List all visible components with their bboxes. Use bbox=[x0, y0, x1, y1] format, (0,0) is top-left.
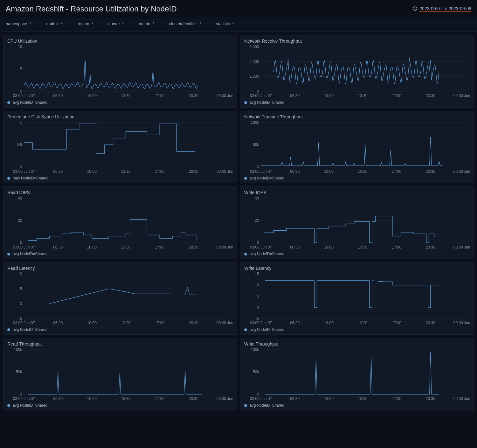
chart-wtp[interactable]: 050k100k03:00 Jun 0706:3010:0013:3017:00… bbox=[244, 348, 470, 402]
svg-text:20:30: 20:30 bbox=[189, 321, 198, 325]
panel-wiops[interactable]: Write IOPS 0204003:00 Jun 0706:3010:0013… bbox=[240, 186, 474, 259]
filter-metric: metric * bbox=[139, 21, 160, 27]
legend-dot-icon bbox=[244, 177, 247, 180]
panel-cpu[interactable]: CPU Utilization 051003:00 Jun 0706:3010:… bbox=[3, 35, 237, 108]
svg-text:0: 0 bbox=[20, 392, 22, 396]
panel-title: Read Latency bbox=[7, 266, 233, 271]
svg-text:0: 0 bbox=[257, 392, 259, 396]
svg-text:50k: 50k bbox=[253, 143, 259, 147]
panel-title: Write Throughput bbox=[244, 341, 470, 346]
legend-label: avg NodeID=Shared bbox=[250, 327, 284, 332]
panel-riops[interactable]: Read IOPS 0204003:00 Jun 0706:3010:0013:… bbox=[3, 186, 237, 259]
filter-value-queue[interactable]: * bbox=[122, 21, 129, 27]
svg-text:06:30: 06:30 bbox=[53, 169, 63, 174]
svg-text:17:00: 17:00 bbox=[392, 321, 401, 325]
legend[interactable]: avg NodeID=Shared bbox=[7, 100, 233, 105]
panel-nrx[interactable]: Network Receive Throughput 02,0004,0006,… bbox=[240, 35, 474, 108]
svg-text:00:00 Jun 08: 00:00 Jun 08 bbox=[217, 321, 233, 325]
filter-label: namespace bbox=[6, 21, 27, 26]
chart-cpu[interactable]: 051003:00 Jun 0706:3010:0013:3017:0020:3… bbox=[7, 45, 233, 99]
svg-text:20:30: 20:30 bbox=[189, 396, 198, 401]
svg-text:03:00 Jun 07: 03:00 Jun 07 bbox=[13, 94, 35, 98]
filter-value-region[interactable]: * bbox=[91, 21, 99, 27]
svg-text:06:30: 06:30 bbox=[53, 94, 63, 98]
panel-wtp[interactable]: Write Throughput 050k100k03:00 Jun 0706:… bbox=[240, 338, 474, 410]
legend-dot-icon bbox=[244, 404, 247, 407]
panel-wlat[interactable]: Write Latency -505101503:00 Jun 0706:301… bbox=[240, 262, 474, 335]
svg-text:-5: -5 bbox=[256, 316, 259, 321]
filter-value-namespace[interactable]: * bbox=[29, 21, 37, 27]
filter-label: metric bbox=[139, 21, 150, 26]
dashboard-header: Amazon Redshift - Resource Utilization b… bbox=[0, 0, 477, 18]
svg-text:20: 20 bbox=[18, 218, 22, 223]
filter-value-clusteridentifier[interactable]: * bbox=[199, 21, 206, 27]
chart-ntx[interactable]: 050k100k03:00 Jun 0706:3010:0013:3017:00… bbox=[244, 121, 470, 175]
chart-wlat[interactable]: -505101503:00 Jun 0706:3010:0013:3017:00… bbox=[244, 272, 470, 326]
filter-value-nodeid[interactable]: * bbox=[60, 21, 68, 27]
svg-text:00:00 Jun 08: 00:00 Jun 08 bbox=[453, 245, 470, 249]
legend-label: max NodeID=Shared bbox=[13, 176, 48, 180]
svg-text:20:30: 20:30 bbox=[426, 396, 435, 401]
svg-text:100k: 100k bbox=[251, 121, 259, 125]
svg-text:20:30: 20:30 bbox=[189, 169, 198, 174]
legend-dot-icon bbox=[244, 328, 247, 331]
svg-text:15: 15 bbox=[255, 272, 259, 276]
svg-text:13:30: 13:30 bbox=[121, 396, 130, 401]
svg-text:03:00 Jun 07: 03:00 Jun 07 bbox=[13, 169, 35, 174]
filter-nodeid: nodeid * bbox=[46, 21, 68, 27]
chart-rtp[interactable]: 050k100k03:00 Jun 0706:3010:0013:3017:00… bbox=[7, 348, 233, 402]
filter-bar: namespace *nodeid *region *queue *metric… bbox=[0, 18, 477, 32]
svg-text:10:00: 10:00 bbox=[87, 245, 97, 249]
filter-value-statistic[interactable]: * bbox=[232, 21, 239, 27]
panel-ntx[interactable]: Network Transmit Throughput 050k100k03:0… bbox=[240, 111, 474, 183]
svg-text:10:00: 10:00 bbox=[324, 94, 334, 98]
clock-icon bbox=[412, 6, 418, 12]
legend[interactable]: max NodeID=Shared bbox=[7, 176, 233, 180]
legend[interactable]: avg NodeID=Shared bbox=[7, 327, 233, 332]
legend[interactable]: avg NodeID=Shared bbox=[244, 252, 470, 256]
svg-text:50k: 50k bbox=[253, 370, 259, 374]
svg-text:13:30: 13:30 bbox=[358, 94, 367, 98]
svg-text:06:30: 06:30 bbox=[290, 321, 300, 325]
svg-text:4,000: 4,000 bbox=[249, 60, 259, 64]
legend[interactable]: avg NodeID=Shared bbox=[244, 176, 470, 180]
legend[interactable]: avg NodeID=Shared bbox=[244, 403, 470, 408]
svg-text:17:00: 17:00 bbox=[155, 169, 164, 174]
chart-nrx[interactable]: 02,0004,0006,00003:00 Jun 0706:3010:0013… bbox=[244, 45, 470, 99]
svg-text:0: 0 bbox=[257, 241, 259, 245]
legend-dot-icon bbox=[7, 177, 10, 180]
chart-rlat[interactable]: -5051003:00 Jun 0706:3010:0013:3017:0020… bbox=[7, 272, 233, 326]
svg-text:03:00 Jun 07: 03:00 Jun 07 bbox=[250, 245, 272, 249]
time-range-label: 2023-06-07 to 2023-06-08 bbox=[419, 6, 471, 12]
legend-dot-icon bbox=[244, 253, 247, 256]
filter-queue: queue * bbox=[108, 21, 129, 27]
svg-text:10: 10 bbox=[18, 272, 22, 276]
svg-text:20:30: 20:30 bbox=[426, 245, 435, 249]
filter-value-metric[interactable]: * bbox=[152, 21, 160, 27]
svg-text:00:00 Jun 08: 00:00 Jun 08 bbox=[453, 396, 470, 401]
chart-wiops[interactable]: 0204003:00 Jun 0706:3010:0013:3017:0020:… bbox=[244, 196, 470, 250]
legend-dot-icon bbox=[7, 101, 10, 104]
legend[interactable]: avg NodeID=Shared bbox=[244, 100, 470, 105]
legend[interactable]: avg NodeID=Shared bbox=[244, 327, 470, 332]
svg-text:13:30: 13:30 bbox=[121, 245, 130, 249]
time-range-picker[interactable]: 2023-06-07 to 2023-06-08 bbox=[412, 6, 471, 12]
panel-title: Network Transmit Throughput bbox=[244, 114, 470, 119]
legend[interactable]: avg NodeID=Shared bbox=[7, 403, 233, 408]
legend[interactable]: avg NodeID=Shared bbox=[7, 252, 233, 256]
svg-text:0: 0 bbox=[257, 305, 259, 310]
svg-text:0: 0 bbox=[20, 165, 22, 169]
svg-text:10: 10 bbox=[18, 45, 22, 49]
panel-rtp[interactable]: Read Throughput 050k100k03:00 Jun 0706:3… bbox=[3, 338, 237, 410]
chart-riops[interactable]: 0204003:00 Jun 0706:3010:0013:3017:0020:… bbox=[7, 196, 233, 250]
svg-text:20:30: 20:30 bbox=[426, 169, 435, 174]
chart-disk[interactable]: 00.5103:00 Jun 0706:3010:0013:3017:0020:… bbox=[7, 121, 233, 175]
svg-text:17:00: 17:00 bbox=[155, 321, 164, 325]
panel-rlat[interactable]: Read Latency -5051003:00 Jun 0706:3010:0… bbox=[3, 262, 237, 335]
svg-text:06:30: 06:30 bbox=[53, 245, 63, 249]
panel-disk[interactable]: Percentage Disk Space Utilization 00.510… bbox=[3, 111, 237, 183]
svg-text:17:00: 17:00 bbox=[155, 396, 164, 401]
svg-text:5: 5 bbox=[257, 294, 259, 298]
panel-title: Write IOPS bbox=[244, 190, 470, 195]
svg-text:6,000: 6,000 bbox=[249, 45, 259, 49]
